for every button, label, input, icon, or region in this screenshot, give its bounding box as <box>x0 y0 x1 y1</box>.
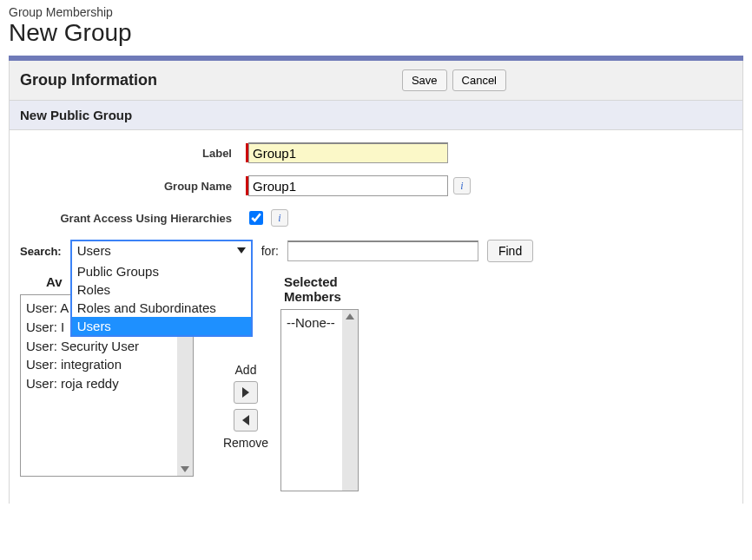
search-type-select[interactable]: Users <box>70 240 253 262</box>
sub-section-title: New Public Group <box>9 101 743 130</box>
add-button[interactable] <box>234 381 258 404</box>
search-label: Search: <box>20 245 62 258</box>
find-button[interactable]: Find <box>487 240 533 262</box>
hierarchies-checkbox[interactable] <box>249 211 263 225</box>
list-item[interactable]: User: roja reddy <box>26 374 172 393</box>
search-for-input[interactable] <box>287 240 478 261</box>
list-item[interactable]: User: Security User <box>26 337 172 356</box>
list-item[interactable]: --None-- <box>287 313 337 333</box>
breadcrumb: Group Membership <box>9 5 743 19</box>
list-item[interactable]: User: integration <box>26 355 172 374</box>
page-title: New Group <box>9 19 743 47</box>
search-type-dropdown: Public Groups Roles Roles and Subordinat… <box>70 262 253 337</box>
arrow-right-icon <box>242 387 249 398</box>
cancel-button[interactable]: Cancel <box>452 69 506 91</box>
info-icon[interactable]: i <box>453 177 471 194</box>
scrollbar[interactable] <box>342 310 358 491</box>
selected-members-listbox[interactable]: --None-- <box>280 309 359 491</box>
group-name-input[interactable] <box>248 175 448 196</box>
option-roles[interactable]: Roles <box>72 280 251 299</box>
group-name-label: Group Name <box>20 180 246 193</box>
option-public-groups[interactable]: Public Groups <box>72 262 251 280</box>
scroll-down-icon <box>181 466 189 472</box>
hierarchies-label: Grant Access Using Hierarchies <box>20 212 246 225</box>
for-label: for: <box>261 244 279 258</box>
remove-button[interactable] <box>234 409 258 432</box>
search-type-selected: Users <box>77 243 111 258</box>
label-input[interactable] <box>248 142 448 163</box>
scroll-up-icon <box>346 313 354 320</box>
arrow-left-icon <box>242 415 249 425</box>
chevron-down-icon <box>237 247 246 254</box>
section-title: Group Information <box>20 71 157 89</box>
selected-members-header: Selected Members <box>284 274 385 304</box>
add-label: Add <box>235 363 257 377</box>
option-users[interactable]: Users <box>72 317 251 335</box>
label-field-label: Label <box>20 147 246 160</box>
option-roles-subordinates[interactable]: Roles and Subordinates <box>72 299 251 317</box>
info-icon[interactable]: i <box>271 209 288 227</box>
save-button[interactable]: Save <box>402 69 447 91</box>
remove-label: Remove <box>223 436 268 450</box>
